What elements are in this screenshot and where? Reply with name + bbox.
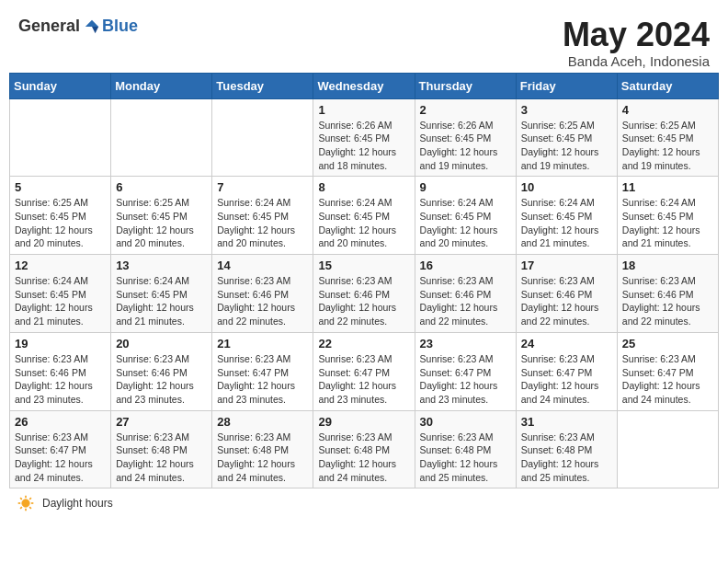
svg-point-2 (22, 500, 29, 507)
day-number: 11 (622, 180, 713, 194)
calendar-day-header: Thursday (415, 73, 516, 98)
svg-marker-1 (92, 27, 98, 33)
day-number: 16 (420, 259, 511, 272)
calendar-cell: 9Sunrise: 6:24 AMSunset: 6:45 PMDaylight… (415, 177, 516, 255)
day-info: Sunrise: 6:24 AMSunset: 6:45 PMDaylight:… (622, 196, 713, 250)
calendar-day-header: Monday (111, 73, 212, 98)
day-info: Sunrise: 6:25 AMSunset: 6:45 PMDaylight:… (15, 196, 106, 250)
day-number: 17 (521, 259, 612, 272)
calendar-cell: 7Sunrise: 6:24 AMSunset: 6:45 PMDaylight… (212, 177, 313, 255)
day-number: 19 (15, 337, 106, 350)
calendar-cell: 10Sunrise: 6:24 AMSunset: 6:45 PMDayligh… (516, 177, 617, 255)
day-info: Sunrise: 6:23 AMSunset: 6:48 PMDaylight:… (318, 431, 409, 485)
calendar-cell: 15Sunrise: 6:23 AMSunset: 6:46 PMDayligh… (313, 255, 415, 333)
calendar-week-row: 5Sunrise: 6:25 AMSunset: 6:45 PMDaylight… (10, 177, 719, 255)
calendar-cell: 1Sunrise: 6:26 AMSunset: 6:45 PMDaylight… (313, 98, 415, 177)
day-info: Sunrise: 6:23 AMSunset: 6:46 PMDaylight:… (420, 274, 511, 328)
title-area: May 2024 Banda Aceh, Indonesia (563, 17, 710, 69)
calendar-week-row: 19Sunrise: 6:23 AMSunset: 6:46 PMDayligh… (10, 332, 719, 410)
day-number: 31 (521, 415, 612, 429)
day-info: Sunrise: 6:23 AMSunset: 6:46 PMDaylight:… (318, 274, 409, 328)
calendar-cell: 16Sunrise: 6:23 AMSunset: 6:46 PMDayligh… (415, 255, 516, 333)
day-info: Sunrise: 6:23 AMSunset: 6:47 PMDaylight:… (521, 352, 612, 407)
day-info: Sunrise: 6:24 AMSunset: 6:45 PMDaylight:… (318, 196, 409, 250)
svg-line-9 (20, 507, 22, 509)
day-info: Sunrise: 6:23 AMSunset: 6:47 PMDaylight:… (318, 352, 409, 407)
calendar-cell: 24Sunrise: 6:23 AMSunset: 6:47 PMDayligh… (516, 332, 617, 410)
day-number: 20 (116, 337, 207, 350)
calendar-cell: 12Sunrise: 6:24 AMSunset: 6:45 PMDayligh… (10, 255, 111, 333)
location-subtitle: Banda Aceh, Indonesia (563, 53, 710, 69)
day-number: 5 (15, 180, 106, 194)
logo-blue: Blue (102, 17, 138, 36)
day-number: 6 (116, 180, 207, 194)
calendar-cell: 14Sunrise: 6:23 AMSunset: 6:46 PMDayligh… (212, 255, 313, 333)
day-number: 24 (521, 337, 612, 350)
daylight-label: Daylight hours (42, 497, 113, 510)
day-info: Sunrise: 6:24 AMSunset: 6:45 PMDaylight:… (15, 274, 106, 328)
calendar-cell (617, 410, 718, 488)
calendar-week-row: 26Sunrise: 6:23 AMSunset: 6:47 PMDayligh… (10, 410, 719, 488)
day-info: Sunrise: 6:23 AMSunset: 6:46 PMDaylight:… (622, 274, 713, 328)
day-number: 25 (622, 337, 713, 350)
day-number: 22 (318, 337, 409, 350)
calendar-day-header: Friday (516, 73, 617, 98)
calendar-header-row: SundayMondayTuesdayWednesdayThursdayFrid… (10, 73, 719, 98)
logo-general: General (18, 17, 80, 36)
day-info: Sunrise: 6:26 AMSunset: 6:45 PMDaylight:… (318, 119, 409, 173)
day-info: Sunrise: 6:23 AMSunset: 6:48 PMDaylight:… (116, 431, 207, 485)
day-info: Sunrise: 6:23 AMSunset: 6:46 PMDaylight:… (116, 352, 207, 407)
calendar-cell: 20Sunrise: 6:23 AMSunset: 6:46 PMDayligh… (111, 332, 212, 410)
calendar-cell: 13Sunrise: 6:24 AMSunset: 6:45 PMDayligh… (111, 255, 212, 333)
day-number: 7 (217, 180, 308, 194)
day-number: 2 (420, 103, 511, 117)
day-number: 29 (318, 415, 409, 429)
calendar-cell: 25Sunrise: 6:23 AMSunset: 6:47 PMDayligh… (617, 332, 718, 410)
calendar-cell: 19Sunrise: 6:23 AMSunset: 6:46 PMDayligh… (10, 332, 111, 410)
calendar-footer: Daylight hours (9, 488, 719, 514)
day-number: 10 (521, 180, 612, 194)
calendar-cell: 11Sunrise: 6:24 AMSunset: 6:45 PMDayligh… (617, 177, 718, 255)
month-title: May 2024 (563, 17, 710, 53)
day-number: 13 (116, 259, 207, 272)
calendar-day-header: Wednesday (313, 73, 415, 98)
calendar-week-row: 1Sunrise: 6:26 AMSunset: 6:45 PMDaylight… (10, 98, 719, 177)
day-info: Sunrise: 6:23 AMSunset: 6:48 PMDaylight:… (420, 431, 511, 485)
calendar-cell: 18Sunrise: 6:23 AMSunset: 6:46 PMDayligh… (617, 255, 718, 333)
calendar-week-row: 12Sunrise: 6:24 AMSunset: 6:45 PMDayligh… (10, 255, 719, 333)
calendar-cell: 6Sunrise: 6:25 AMSunset: 6:45 PMDaylight… (111, 177, 212, 255)
calendar-cell (212, 98, 313, 177)
day-info: Sunrise: 6:25 AMSunset: 6:45 PMDaylight:… (521, 119, 612, 173)
page-header: General Blue May 2024 Banda Aceh, Indone… (9, 9, 719, 73)
day-info: Sunrise: 6:23 AMSunset: 6:46 PMDaylight:… (217, 274, 308, 328)
calendar-cell: 30Sunrise: 6:23 AMSunset: 6:48 PMDayligh… (415, 410, 516, 488)
day-number: 18 (622, 259, 713, 272)
day-number: 1 (318, 103, 409, 117)
calendar-cell (10, 98, 111, 177)
calendar-day-header: Tuesday (212, 73, 313, 98)
day-info: Sunrise: 6:25 AMSunset: 6:45 PMDaylight:… (116, 196, 207, 250)
day-number: 9 (420, 180, 511, 194)
day-info: Sunrise: 6:23 AMSunset: 6:46 PMDaylight:… (521, 274, 612, 328)
day-number: 26 (15, 415, 106, 429)
calendar-cell: 29Sunrise: 6:23 AMSunset: 6:48 PMDayligh… (313, 410, 415, 488)
day-number: 15 (318, 259, 409, 272)
day-info: Sunrise: 6:23 AMSunset: 6:48 PMDaylight:… (217, 431, 308, 485)
svg-line-10 (29, 498, 31, 500)
logo-icon (84, 18, 100, 35)
calendar-cell: 3Sunrise: 6:25 AMSunset: 6:45 PMDaylight… (516, 98, 617, 177)
day-info: Sunrise: 6:24 AMSunset: 6:45 PMDaylight:… (217, 196, 308, 250)
calendar-cell: 5Sunrise: 6:25 AMSunset: 6:45 PMDaylight… (10, 177, 111, 255)
day-info: Sunrise: 6:23 AMSunset: 6:47 PMDaylight:… (15, 431, 106, 485)
calendar-cell: 23Sunrise: 6:23 AMSunset: 6:47 PMDayligh… (415, 332, 516, 410)
day-number: 28 (217, 415, 308, 429)
calendar-cell: 26Sunrise: 6:23 AMSunset: 6:47 PMDayligh… (10, 410, 111, 488)
day-info: Sunrise: 6:23 AMSunset: 6:48 PMDaylight:… (521, 431, 612, 485)
day-info: Sunrise: 6:24 AMSunset: 6:45 PMDaylight:… (116, 274, 207, 328)
calendar-day-header: Sunday (10, 73, 111, 98)
day-info: Sunrise: 6:24 AMSunset: 6:45 PMDaylight:… (521, 196, 612, 250)
day-info: Sunrise: 6:24 AMSunset: 6:45 PMDaylight:… (420, 196, 511, 250)
calendar-cell: 22Sunrise: 6:23 AMSunset: 6:47 PMDayligh… (313, 332, 415, 410)
day-number: 21 (217, 337, 308, 350)
logo: General Blue (18, 17, 138, 36)
